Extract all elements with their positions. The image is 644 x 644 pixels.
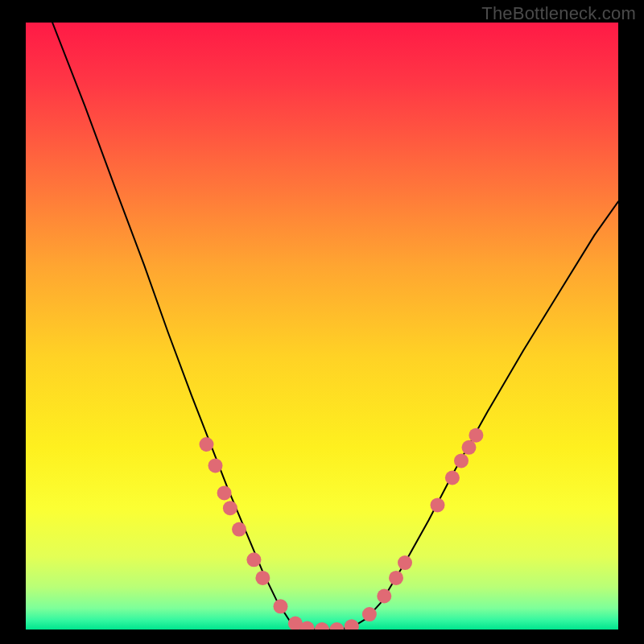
curve-marker-dot bbox=[362, 607, 377, 621]
gradient-background bbox=[26, 23, 618, 630]
curve-marker-dot bbox=[389, 571, 403, 585]
curve-marker-dot bbox=[469, 428, 483, 443]
curve-marker-dot bbox=[377, 589, 391, 604]
curve-marker-dot bbox=[445, 471, 460, 485]
curve-marker-dot bbox=[246, 552, 261, 567]
curve-marker-dot bbox=[200, 437, 214, 452]
curve-marker-dot bbox=[223, 501, 237, 515]
watermark-text: TheBottleneck.com bbox=[481, 3, 636, 24]
chart-frame: TheBottleneck.com bbox=[0, 0, 644, 644]
curve-marker-dot bbox=[255, 571, 270, 585]
curve-marker-dot bbox=[208, 458, 223, 473]
curve-marker-dot bbox=[398, 555, 412, 570]
curve-marker-dot bbox=[462, 440, 477, 455]
curve-marker-dot bbox=[274, 599, 288, 613]
curve-marker-dot bbox=[431, 497, 445, 512]
curve-marker-dot bbox=[217, 485, 232, 500]
curve-marker-dot bbox=[232, 522, 246, 537]
curve-marker-dot bbox=[454, 453, 469, 468]
plot-svg bbox=[26, 23, 618, 630]
plot-area bbox=[26, 23, 618, 630]
